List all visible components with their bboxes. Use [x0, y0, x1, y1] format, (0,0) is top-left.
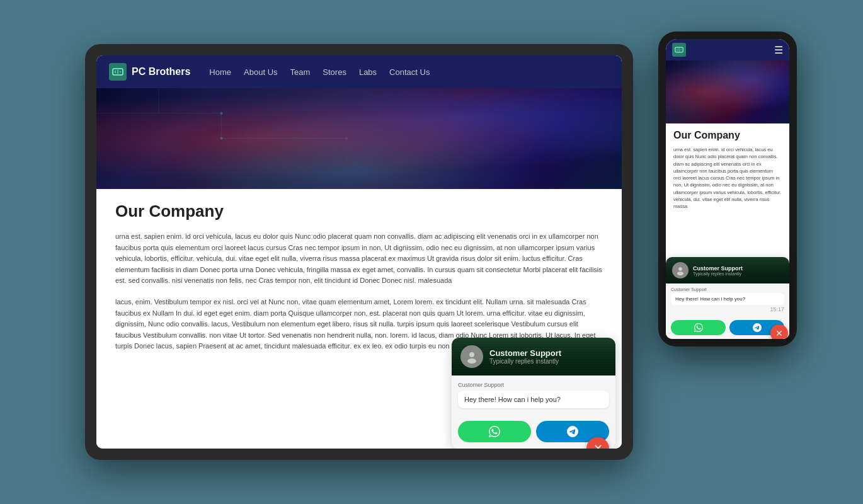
mobile-whatsapp-icon — [694, 323, 703, 332]
mobile-company-text: urna est. sapien enim. id orci vehicula,… — [673, 146, 782, 210]
tablet-bubble-text: Hey there! How can i help you? — [464, 396, 561, 403]
mobile-navbar: ☰ — [666, 39, 789, 60]
svg-point-11 — [220, 112, 223, 115]
mobile-whatsapp-button[interactable] — [671, 320, 726, 335]
tablet-content-area: Our Company urna est. sapien enim. id or… — [96, 189, 622, 449]
tablet-bubble-label: Customer Support — [458, 382, 609, 388]
svg-point-14 — [469, 352, 474, 357]
mobile-screen: ☰ Our Company urna est. sapien enim. id … — [666, 39, 789, 339]
logo-text: PC Brothers — [132, 66, 190, 77]
mobile-chat-avatar — [672, 262, 689, 278]
telegram-icon — [567, 426, 578, 437]
svg-point-20 — [678, 267, 682, 271]
scene: PC Brothers Home About Us Team Stores La… — [54, 19, 809, 485]
tablet-hero — [96, 88, 622, 189]
tablet-chat-bubble: Hey there! How can i help you? — [458, 391, 609, 408]
tablet-chat-avatar — [460, 345, 483, 368]
svg-point-12 — [220, 137, 223, 139]
tablet-company-title: Our Company — [115, 202, 603, 221]
logo-area: PC Brothers — [109, 63, 190, 81]
tablet-chat-widget: Customer Support Typically replies insta… — [452, 338, 615, 449]
tablet-chat-header-info: Customer Support Typically replies insta… — [489, 348, 607, 365]
mobile-device: ☰ Our Company urna est. sapien enim. id … — [658, 32, 797, 346]
tablet-screen: PC Brothers Home About Us Team Stores La… — [96, 55, 622, 449]
svg-point-13 — [345, 137, 348, 139]
tablet-chat-sub: Typically replies instantly — [489, 358, 607, 365]
mobile-hero — [666, 60, 789, 123]
mobile-bubble-label: Customer Support — [671, 287, 784, 292]
mobile-menu-icon[interactable]: ☰ — [774, 44, 783, 56]
mobile-bubble-text: Hey there! How can i help you? — [675, 296, 745, 302]
mobile-chat-body: Customer Support Hey there! How can i he… — [666, 284, 789, 316]
tablet-device: PC Brothers Home About Us Team Stores La… — [85, 44, 633, 460]
mobile-chat-header: Customer Support Typically replies insta… — [666, 257, 789, 284]
mobile-bubble-time: 15:17 — [671, 306, 784, 312]
tablet-chat-body: Customer Support Hey there! How can i he… — [452, 375, 615, 415]
mobile-bubble: Hey there! How can i help you? — [671, 293, 784, 305]
nav-links: Home About Us Team Stores Labs Contact U… — [209, 67, 430, 77]
svg-point-21 — [677, 272, 683, 275]
hero-circuit — [96, 88, 622, 188]
tablet-chat-header: Customer Support Typically replies insta… — [452, 338, 615, 375]
nav-home[interactable]: Home — [209, 67, 231, 77]
nav-team[interactable]: Team — [290, 67, 311, 77]
svg-point-15 — [467, 358, 476, 364]
nav-labs[interactable]: Labs — [359, 67, 377, 77]
mobile-chat-name: Customer Support — [693, 265, 743, 272]
mobile-chat-close-button[interactable]: ✕ — [770, 324, 788, 339]
mobile-telegram-icon — [753, 323, 762, 332]
mobile-chat-header-info: Customer Support Typically replies insta… — [693, 265, 743, 276]
tablet-chat-name: Customer Support — [489, 348, 607, 358]
mobile-chat-widget: Customer Support Typically replies insta… — [666, 257, 789, 339]
logo-icon — [109, 63, 127, 81]
mobile-company-title: Our Company — [673, 130, 782, 141]
nav-stores[interactable]: Stores — [323, 67, 346, 77]
tablet-navbar: PC Brothers Home About Us Team Stores La… — [96, 55, 622, 88]
tablet-whatsapp-button[interactable] — [458, 421, 531, 442]
mobile-chat-sub: Typically replies instantly — [693, 272, 743, 276]
mobile-logo-icon — [672, 43, 686, 57]
tablet-company-text-1: urna est. sapien enim. id orci vehicula,… — [115, 231, 603, 287]
nav-about[interactable]: About Us — [244, 67, 277, 77]
whatsapp-icon — [489, 426, 500, 437]
nav-contact[interactable]: Contact Us — [389, 67, 430, 77]
